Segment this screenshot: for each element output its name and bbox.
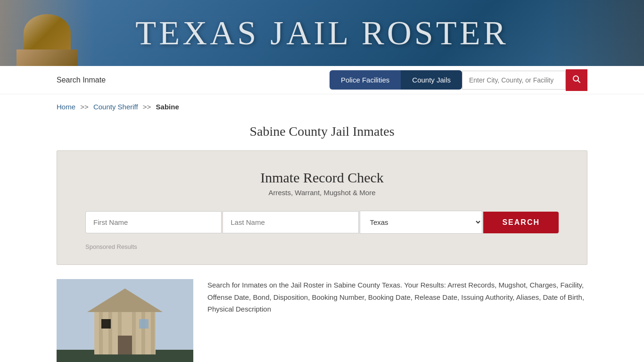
banner-right-overlay: [550, 0, 644, 66]
navbar: Search Inmate Police Facilities County J…: [0, 66, 644, 94]
facility-search-input[interactable]: [462, 71, 566, 90]
bottom-section: Search for Inmates on the Jail Roster in…: [0, 279, 644, 362]
capitol-dome: [24, 14, 71, 52]
facility-search-button[interactable]: [566, 69, 587, 91]
record-check-box: Inmate Record Check Arrests, Warrant, Mu…: [57, 150, 587, 265]
bottom-description: Search for Inmates on the Jail Roster in…: [207, 279, 587, 315]
record-check-title: Inmate Record Check: [85, 170, 559, 186]
sponsored-results-label: Sponsored Results: [85, 243, 559, 250]
svg-rect-11: [151, 312, 155, 354]
svg-rect-6: [99, 312, 103, 354]
county-jails-button[interactable]: County Jails: [401, 70, 462, 90]
breadcrumb: Home >> County Sheriff >> Sabine: [0, 94, 644, 119]
svg-rect-12: [118, 336, 132, 354]
header-banner: TEXAS JAIL ROSTER: [0, 0, 644, 66]
search-inmate-label: Search Inmate: [57, 76, 106, 84]
courthouse-svg: [57, 279, 193, 362]
svg-rect-13: [101, 319, 111, 329]
breadcrumb-separator-2: >>: [143, 103, 151, 111]
svg-rect-9: [132, 312, 136, 354]
nav-buttons: Police Facilities County Jails: [330, 69, 587, 91]
breadcrumb-current: Sabine: [156, 103, 179, 111]
breadcrumb-county-sheriff[interactable]: County Sheriff: [93, 103, 138, 111]
svg-rect-14: [139, 319, 149, 329]
svg-rect-7: [108, 312, 112, 354]
svg-rect-10: [141, 312, 145, 354]
last-name-input[interactable]: [223, 211, 359, 233]
capitol-base: [17, 49, 78, 66]
breadcrumb-separator-1: >>: [80, 103, 89, 111]
capitol-decoration: [9, 0, 94, 66]
svg-line-1: [578, 80, 580, 82]
first-name-input[interactable]: [85, 211, 222, 233]
breadcrumb-home[interactable]: Home: [57, 103, 75, 111]
record-check-subtitle: Arrests, Warrant, Mugshot & More: [85, 189, 559, 197]
site-title: TEXAS JAIL ROSTER: [135, 14, 508, 53]
search-icon: [572, 75, 581, 83]
page-title: Sabine County Jail Inmates: [0, 124, 644, 139]
police-facilities-button[interactable]: Police Facilities: [330, 70, 401, 90]
record-check-search-button[interactable]: SEARCH: [483, 212, 559, 233]
courthouse-image: [57, 279, 193, 362]
record-check-form: AlabamaAlaskaArizonaArkansasCaliforniaCo…: [85, 211, 559, 234]
state-select[interactable]: AlabamaAlaskaArizonaArkansasCaliforniaCo…: [360, 211, 482, 234]
